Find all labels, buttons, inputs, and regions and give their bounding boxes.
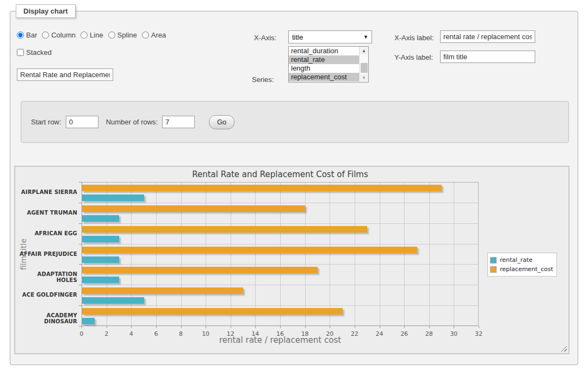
series-listbox[interactable]: rental_durationrental_ratelengthreplacem…	[288, 46, 369, 83]
bar-replacement_cost	[82, 287, 243, 294]
bar-rental_rate	[82, 297, 144, 304]
bar-replacement_cost	[82, 226, 367, 233]
y-axis-tick	[79, 223, 82, 224]
y-tick-label: AGENT TRUMAN	[15, 210, 77, 216]
chart-type-radio-spline[interactable]	[108, 32, 115, 39]
bar-replacement_cost	[82, 267, 318, 273]
x-axis-tick	[231, 326, 231, 328]
x-axis-tick	[429, 326, 430, 328]
x-axis-tick	[454, 326, 454, 328]
stacked-option[interactable]: Stacked	[17, 48, 52, 57]
y-axis-tick	[79, 285, 82, 285]
x-axis-tick	[305, 326, 306, 328]
x-tick-label: 24	[369, 330, 391, 337]
series-option-rental_duration[interactable]: rental_duration	[289, 47, 359, 55]
x-axis-tick	[156, 326, 157, 328]
x-tick-label: 6	[145, 330, 167, 337]
chart-type-radio-line[interactable]	[81, 32, 88, 39]
chevron-down-icon: ▼	[363, 34, 368, 40]
number-of-rows-label: Number of rows:	[106, 118, 158, 126]
x-axis-tick	[255, 326, 256, 328]
x-tick-label: 12	[220, 330, 242, 337]
series-option-replacement_cost[interactable]: replacement_cost	[289, 73, 359, 81]
plot-area	[82, 182, 479, 326]
chart-type-radio-area[interactable]	[142, 32, 149, 39]
chart-type-option-line[interactable]: Line	[81, 31, 103, 39]
x-tick-label: 4	[120, 330, 142, 337]
chart-type-option-column[interactable]: Column	[42, 31, 76, 39]
x-tick-label: 0	[71, 330, 92, 337]
x-axis-tick	[107, 326, 107, 328]
y-tick-label: AFRICAN EGG	[15, 230, 77, 236]
scrollbar-thumb[interactable]	[361, 63, 368, 73]
start-row-label: Start row:	[31, 118, 61, 126]
y-axis-tick	[79, 244, 82, 244]
series-options: rental_durationrental_ratelengthreplacem…	[289, 47, 359, 82]
series-scrollbar[interactable]: ▲ ▼	[359, 47, 368, 82]
series-option-length[interactable]: length	[289, 64, 359, 73]
chart-type-option-bar[interactable]: Bar	[17, 31, 37, 39]
scroll-down-icon[interactable]: ▼	[360, 74, 368, 82]
x-axis-selected-value: title	[292, 33, 363, 41]
x-tick-label: 26	[393, 330, 415, 337]
x-tick-label: 28	[418, 330, 440, 337]
bar-rental_rate	[82, 236, 119, 242]
x-tick-label: 22	[344, 330, 366, 337]
bar-replacement_cost	[82, 308, 343, 315]
number-of-rows-input[interactable]	[162, 116, 195, 128]
scroll-up-icon[interactable]: ▲	[360, 47, 368, 55]
x-axis-tick	[404, 326, 405, 328]
x-axis-tick	[330, 326, 330, 328]
x-tick-label: 16	[269, 330, 291, 337]
display-chart-fieldset: Display chart BarColumnLineSplineArea St…	[10, 11, 578, 365]
x-tick-label: 18	[294, 330, 316, 337]
legend-item-replacement_cost: replacement_cost	[490, 265, 553, 274]
bar-replacement_cost	[82, 205, 305, 212]
legend-label: rental_rate	[500, 256, 533, 264]
fieldset-legend: Display chart	[16, 4, 76, 18]
x-axis-tick	[82, 326, 82, 328]
bar-rental_rate	[82, 318, 95, 324]
x-axis-tick	[479, 326, 479, 328]
y-axis-tick	[79, 264, 82, 265]
x-tick-label: 32	[468, 330, 490, 337]
series-option-rental_rate[interactable]: rental_rate	[289, 55, 359, 64]
bar-replacement_cost	[82, 247, 417, 253]
y-tick-label: ACADEMY DINOSAUR	[15, 312, 77, 324]
y-axis-tick	[79, 203, 82, 203]
bar-rental_rate	[82, 195, 144, 201]
y-tick-label: ADAPTATION HOLES	[15, 271, 77, 283]
start-row-input[interactable]	[66, 116, 98, 128]
x-tick-label: 10	[195, 330, 216, 337]
chart-type-option-spline[interactable]: Spline	[108, 31, 137, 39]
x-axis-tick	[280, 326, 281, 328]
y-axis-tick	[79, 305, 82, 306]
chart-type-option-area[interactable]: Area	[142, 31, 166, 39]
chart-title-input[interactable]	[17, 68, 113, 81]
rows-form: Start row: Number of rows: Go	[21, 101, 569, 143]
x-tick-label: 8	[170, 330, 192, 337]
chart-type-label: Column	[51, 31, 76, 39]
x-axis-label-input[interactable]	[440, 30, 535, 43]
go-button[interactable]: Go	[209, 115, 234, 129]
x-tick-label: 30	[443, 330, 465, 337]
legend-swatch-replacement_cost	[490, 266, 497, 273]
y-tick-label: AFFAIR PREJUDICE	[15, 251, 77, 257]
x-axis-tick	[206, 326, 206, 328]
chart-type-radio-column[interactable]	[42, 32, 49, 39]
y-axis-tick	[79, 182, 82, 183]
chart-legend: rental_ratereplacement_cost	[487, 253, 557, 277]
x-axis-tick	[380, 326, 380, 328]
bar-rental_rate	[82, 256, 119, 263]
x-axis-select[interactable]: title ▼	[288, 30, 372, 43]
chart-type-label: Area	[151, 31, 166, 39]
resize-handle-icon[interactable]	[561, 346, 567, 352]
y-axis-label-input[interactable]	[440, 51, 535, 63]
stacked-checkbox[interactable]	[17, 49, 24, 56]
chart-type-radio-bar[interactable]	[17, 32, 24, 39]
x-axis-select-label: X-Axis:	[254, 34, 276, 42]
x-axis-tick	[355, 326, 355, 328]
chart-container: Rental Rate and Replacement Cost of Film…	[14, 166, 570, 354]
x-tick-label: 14	[244, 330, 266, 337]
y-axis-label-caption: Y-Axis label:	[394, 53, 433, 61]
